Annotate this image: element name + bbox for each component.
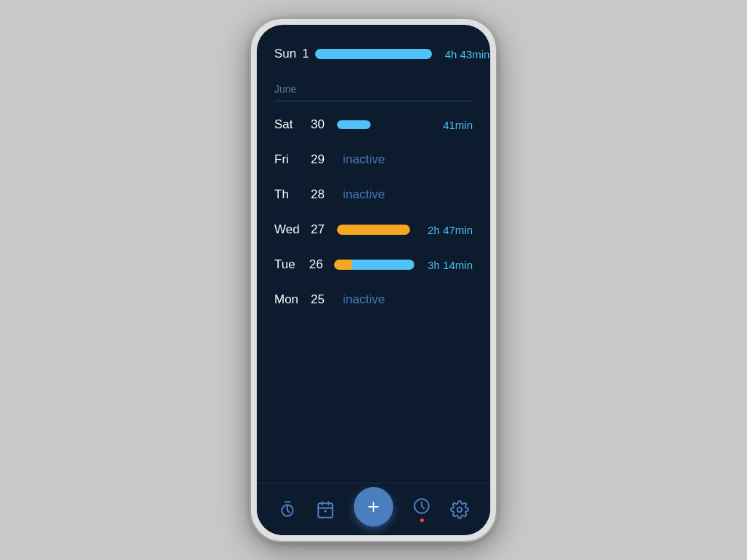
day-row-sun: Sun 1 4h 43min <box>274 36 473 71</box>
day-label-th: Th <box>274 187 305 202</box>
phone-frame: Sun 1 4h 43min June Sat 30 <box>249 18 498 542</box>
bar-tue-blue <box>352 260 414 270</box>
day-number-wed: 27 <box>311 222 331 237</box>
duration-sun: 4h 43min <box>445 48 490 61</box>
nav-history[interactable] <box>412 497 431 522</box>
bottom-nav: + <box>257 483 490 535</box>
bar-tue-yellow <box>334 260 352 270</box>
bar-tue <box>334 260 414 270</box>
month-label-june: June <box>274 83 473 95</box>
history-icon <box>412 497 431 516</box>
day-row-fri: Fri 29 inactive <box>274 142 473 177</box>
screen-content: Sun 1 4h 43min June Sat 30 <box>257 25 490 535</box>
duration-wed: 2h 47min <box>427 224 473 236</box>
day-label-tue: Tue <box>274 257 303 272</box>
inactive-mon: inactive <box>343 292 385 307</box>
history-badge <box>420 518 424 522</box>
svg-point-7 <box>457 507 462 512</box>
day-number-mon: 25 <box>311 292 331 307</box>
bar-container-wed <box>337 225 414 235</box>
settings-icon <box>450 500 469 519</box>
nav-settings[interactable] <box>450 500 469 519</box>
day-row-sat: Sat 30 41min <box>274 107 473 142</box>
divider-line-june <box>274 101 473 101</box>
duration-tue: 3h 14min <box>427 259 473 271</box>
duration-sat: 41min <box>443 119 473 131</box>
calendar-icon <box>316 500 335 519</box>
day-number-sat: 30 <box>311 117 331 132</box>
fab-add-button[interactable]: + <box>354 487 393 526</box>
bar-sat <box>337 120 371 129</box>
day-label-sun: Sun <box>274 47 296 61</box>
phone-screen: Sun 1 4h 43min June Sat 30 <box>257 25 490 535</box>
inactive-th: inactive <box>343 187 385 202</box>
day-number-tue: 26 <box>309 257 329 272</box>
day-label-sat: Sat <box>274 117 305 132</box>
day-row-mon: Mon 25 inactive <box>274 282 473 317</box>
day-number-sun: 1 <box>302 47 309 61</box>
day-row-th: Th 28 inactive <box>274 177 473 212</box>
bar-wed <box>337 225 410 235</box>
timer-icon <box>278 500 297 519</box>
day-label-fri: Fri <box>274 152 305 167</box>
day-label-mon: Mon <box>274 292 305 307</box>
day-row-wed: Wed 27 2h 47min <box>274 212 473 247</box>
day-label-wed: Wed <box>274 222 305 237</box>
plus-icon: + <box>368 497 379 517</box>
day-number-th: 28 <box>311 187 331 202</box>
day-row-tue: Tue 26 3h 14min <box>274 247 473 282</box>
nav-timer[interactable] <box>278 500 297 519</box>
day-number-fri: 29 <box>311 152 331 167</box>
bar-container-sun <box>315 49 432 59</box>
inactive-fri: inactive <box>343 152 385 167</box>
bar-container-tue <box>334 260 414 270</box>
bar-container-sat <box>337 120 430 129</box>
scroll-area[interactable]: Sun 1 4h 43min June Sat 30 <box>257 25 490 483</box>
month-divider-june: June <box>274 71 473 107</box>
nav-calendar[interactable] <box>316 500 335 519</box>
bar-sun <box>315 49 432 59</box>
